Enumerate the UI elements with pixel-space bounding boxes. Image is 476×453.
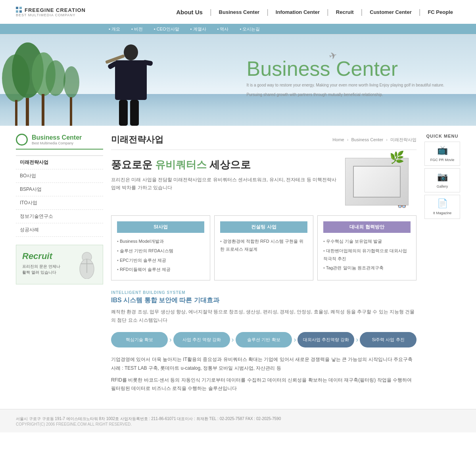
section-intro: 풍요로운 유비쿼터스 세상으로 프리진은 미래 사업을 전담할 미래전략사업으로… xyxy=(111,158,416,205)
content-wrapper: Business Center Best Multimedia Company … xyxy=(0,134,476,397)
main-content: 미래전략사업 Home › Business Center › 미래전략사업 풍… xyxy=(111,134,416,397)
svg-rect-6 xyxy=(15,100,17,126)
footer-address: 서울시 구로구 구로동 191-7 에이스테크노타워 8차 1002호 사업자등… xyxy=(16,415,460,422)
nav-recruit[interactable]: Recruit xyxy=(329,9,361,15)
card-si-item-2: 솔루션 기반의 RFDA시스템 xyxy=(117,246,204,256)
sidebar-menu-item-1: 미래전략사업 xyxy=(16,156,103,169)
nav-about-us[interactable]: About Us xyxy=(169,9,210,15)
sidebar-menu-link-5[interactable]: 정보기술연구소 xyxy=(16,210,103,223)
recruit-icon xyxy=(75,251,99,280)
card-coop-item-1: 우수핵심 기술 보유업체 발굴 xyxy=(323,237,411,246)
sidebar-logo-text: Business Center xyxy=(32,134,82,141)
hero-trees-svg xyxy=(0,38,99,126)
svg-rect-10 xyxy=(115,60,147,100)
sidebar-menu-link-1[interactable]: 미래전략사업 xyxy=(16,156,103,169)
intro-desc: 프리진은 미래 사업을 전담할 미래전략사업으로 유비쿼터스 센서네트워크, 유… xyxy=(111,176,337,192)
nav-fc-people[interactable]: FC People xyxy=(420,9,460,15)
logo-sq-4 xyxy=(19,10,22,13)
quick-item-magazine[interactable]: 📄 It Magazine xyxy=(424,195,460,219)
sub-nav-item-4[interactable]: 계열사 xyxy=(185,26,212,32)
intro-heading-part1: 풍요로운 xyxy=(111,159,152,171)
sidebar-menu-link-2[interactable]: BO사업 xyxy=(16,169,103,182)
step-item-3: 솔루션 기반 확보 xyxy=(236,332,292,347)
card-coop-item-2: 대한벤더업체의의 유가협력으로 대외사업 적극적 추진 xyxy=(323,246,411,264)
card-body-consulting: 경영환경에 적합한 RFD 시스템 구현을 위한 프로세스 재설계 xyxy=(220,237,307,254)
ibs-desc: 쾌적한 환경 조성, 업무 생산성 향상, 에너지절약 뜽으로 창조성, 생산성… xyxy=(111,308,416,324)
card-coop-item-3: Tag관련 알미늄 원조관계구축 xyxy=(323,263,411,273)
svg-rect-5 xyxy=(42,94,44,126)
page-title: 미래전략사업 xyxy=(111,134,163,146)
svg-point-9 xyxy=(124,44,138,60)
logo-title: FREEGINE CREATION xyxy=(25,7,86,13)
step-btn-2[interactable]: 사업 추진 역량 강화 xyxy=(173,332,230,347)
intro-heading: 풍요로운 유비쿼터스 세상으로 xyxy=(111,158,337,172)
ibs-section: INTELLIGENT BUILDING SYSTEM IBS 시스템 통합 보… xyxy=(111,290,416,324)
sub-nav-item-5[interactable]: 역사 xyxy=(212,26,234,32)
sidebar-menu-item-6: 성공사례 xyxy=(16,223,103,237)
intro-text: 풍요로운 유비쿼터스 세상으로 프리진은 미래 사업을 전담할 미래전략사업으로… xyxy=(111,158,337,192)
step-btn-1[interactable]: 핵심기술 확보 xyxy=(111,332,168,347)
intro-heading-part2: 유비쿼터스 xyxy=(155,159,207,171)
bc-sep-1: › xyxy=(347,137,349,142)
intro-image: 🌿 👓 xyxy=(345,158,416,205)
svg-point-3 xyxy=(46,60,65,96)
sub-nav-item-1[interactable]: 개요 xyxy=(103,26,126,32)
bc-sep-2: › xyxy=(386,137,388,142)
footer: 서울시 구로구 구로동 191-7 에이스테크노타워 8차 1002호 사업자등… xyxy=(0,409,476,432)
step-item-1: 핵심기술 확보 xyxy=(111,332,168,347)
page-title-area: 미래전략사업 Home › Business Center › 미래전략사업 xyxy=(111,134,416,150)
glasses-icon: 👓 xyxy=(397,202,406,211)
card-cooperation: 대내외 협력방안 우수핵심 기술 보유업체 발굴 대한벤더업체의의 유가협력으로… xyxy=(317,215,416,280)
sidebar-logo-text-area: Business Center Best Multimedia Company xyxy=(32,134,82,145)
card-body-cooperation: 우수핵심 기술 보유업체 발굴 대한벤더업체의의 유가협력으로 대외사업 적극적… xyxy=(323,237,411,273)
logo-squares xyxy=(16,7,22,13)
header-top: FREEGINE CREATION BEST MULTIMEDIA COMPAN… xyxy=(0,0,476,24)
sub-nav-item-2[interactable]: 비전 xyxy=(126,26,148,32)
hero-title-part1: Business xyxy=(247,57,330,80)
step-btn-3[interactable]: 솔루션 기반 확보 xyxy=(236,332,292,347)
card-consulting-item-1: 경영환경에 적합한 RFD 시스템 구현을 위한 프로세스 재설계 xyxy=(220,237,307,254)
bottom-para-1: 기업경영에 있어서 더욱 높아지는 IT활용의 중요성과 유비쿼터스 확대는 기… xyxy=(111,355,416,372)
sidebar-menu-item-5: 정보기술연구소 xyxy=(16,210,103,223)
card-consulting: 컨설팅 사업 경영환경에 적합한 RFD 시스템 구현을 위한 프로세스 재설계 xyxy=(214,215,313,280)
sidebar-logo-circle xyxy=(16,134,28,146)
laptop-img: 🌿 👓 xyxy=(345,158,409,205)
card-si: SI사업 Business Model개발과 솔루션 기반의 RFDA시스템 E… xyxy=(111,215,210,280)
breadcrumb: Home › Business Center › 미래전략사업 xyxy=(332,137,416,143)
quick-item-magazine-label: It Magazine xyxy=(433,211,452,215)
intro-heading-part3: 세상으로 xyxy=(209,159,251,171)
sub-nav-item-3[interactable]: CEO인사말 xyxy=(148,26,185,32)
step-arrow-1: › xyxy=(169,336,172,344)
svg-rect-15 xyxy=(130,100,139,126)
logo-area: FREEGINE CREATION BEST MULTIMEDIA COMPAN… xyxy=(16,7,86,17)
card-header-cooperation: 대내외 협력방안 xyxy=(323,221,411,233)
cards-row: SI사업 Business Model개발과 솔루션 기반의 RFDA시스템 E… xyxy=(111,215,416,280)
quick-item-gallery-label: Gallery xyxy=(437,184,448,188)
sidebar-menu-link-6[interactable]: 성공사례 xyxy=(16,223,103,236)
sidebar-menu-link-3[interactable]: BSPA사업 xyxy=(16,183,103,196)
sub-nav-item-6[interactable]: 오시는길 xyxy=(234,26,265,32)
card-header-si: SI사업 xyxy=(117,221,204,233)
step-btn-5[interactable]: Si주력 사업 추진 xyxy=(360,332,416,347)
quick-item-gallery[interactable]: 📷 Gallery xyxy=(424,168,460,192)
step-item-4: 대외사업 추진역량 강화 xyxy=(298,332,354,347)
footer-copyright: COPYRIGHT(C) 2006 FREEGINE.COM ALL RIGHT… xyxy=(16,422,460,426)
step-btn-4[interactable]: 대외사업 추진역량 강화 xyxy=(298,332,354,347)
logo-sq-1 xyxy=(16,7,18,9)
hero-text: Business Center It is a good way to rest… xyxy=(247,58,444,98)
card-si-item-3: EPC기반의 솔루션 제공 xyxy=(117,256,204,265)
logo-subtitle: BEST MULTIMEDIA COMPANY xyxy=(16,13,86,17)
nav-business-center[interactable]: Business Center xyxy=(212,9,267,15)
quick-item-fgc[interactable]: 📺 FGC PR Movie xyxy=(424,142,460,166)
step-arrow-4: › xyxy=(356,336,358,344)
step-item-2: 사업 추진 역량 강화 xyxy=(173,332,230,347)
logo-icon: FREEGINE CREATION xyxy=(16,7,86,13)
hero-banner: ✈ Business Center It is a good way to re… xyxy=(0,35,476,126)
recruit-box: Recruit 프리진의 문은 언제나활짝 열려 있습니다 xyxy=(16,245,103,284)
card-si-item-4: RFD미들웨어 솔루션 제공 xyxy=(117,265,204,274)
sidebar-menu-link-4[interactable]: ITO사업 xyxy=(16,196,103,209)
laptop-screen xyxy=(353,166,401,198)
step-item-5: Si주력 사업 추진 xyxy=(360,332,416,347)
nav-customer-center[interactable]: Customer Center xyxy=(363,9,418,15)
nav-infomation-center[interactable]: Infomation Center xyxy=(269,9,327,15)
